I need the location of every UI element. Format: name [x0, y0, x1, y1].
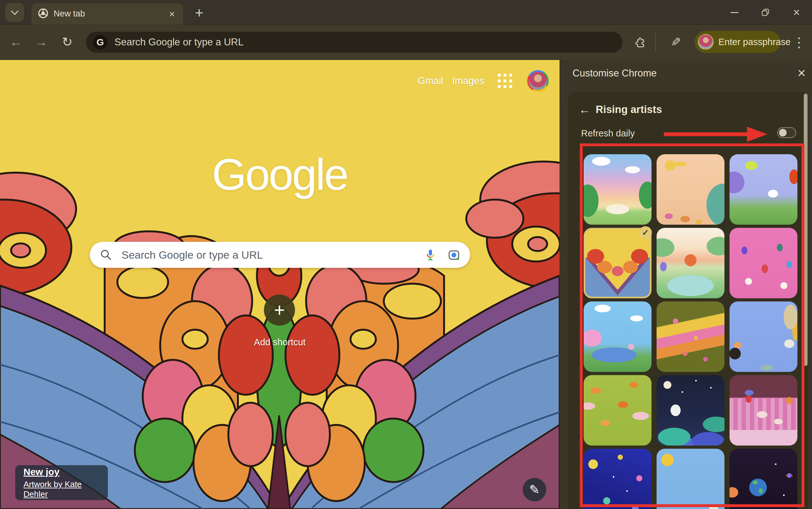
panel-close-button[interactable]: × [792, 64, 811, 82]
tab-close-button[interactable]: × [165, 7, 179, 21]
annotation-arrow-line [664, 132, 748, 136]
puzzle-icon [634, 36, 646, 48]
search-input[interactable]: Search Google or type a URL [90, 242, 470, 268]
apps-grid-icon [498, 74, 512, 88]
account-avatar-button[interactable] [527, 70, 549, 92]
annotation-rectangle [580, 143, 804, 507]
search-icon [98, 247, 114, 263]
active-tab[interactable]: New tab × [31, 3, 183, 25]
refresh-daily-toggle[interactable] [777, 127, 796, 138]
chevron-down-icon [11, 7, 19, 15]
window-close-button[interactable]: × [787, 3, 806, 22]
background-artwork [0, 60, 560, 509]
browser-toolbar: ← → ↻ G Search Google or type a URL ✎ En… [0, 25, 812, 60]
panel-title: Customise Chrome [572, 68, 657, 79]
mic-icon [424, 248, 437, 261]
attribution-title-link[interactable]: New joy [24, 467, 59, 477]
pencil-icon: ✎ [671, 35, 681, 49]
google-g-icon: G [93, 35, 108, 49]
restore-icon [761, 8, 770, 17]
customize-page-button[interactable]: ✎ [523, 478, 546, 501]
profile-avatar [698, 34, 714, 50]
passphrase-label: Enter passphrase [718, 37, 790, 47]
window-minimize-button[interactable] [725, 3, 744, 22]
lens-icon [448, 248, 460, 261]
window-restore-button[interactable] [755, 3, 775, 22]
back-button[interactable]: ← [7, 32, 25, 52]
chrome-favicon-icon [38, 8, 48, 20]
artwork-attribution: New joy Artwork by Kate Dehler [15, 465, 108, 500]
avatar [529, 72, 547, 90]
reload-button[interactable]: ↻ [58, 32, 76, 52]
tab-strip: New tab × + × [0, 0, 812, 25]
edit-toolbar-button[interactable]: ✎ [666, 32, 686, 53]
browser-window: New tab × + × ← → ↻ G Search Google or t… [0, 0, 812, 509]
toolbar-divider [655, 33, 656, 52]
new-tab-button[interactable]: + [190, 4, 208, 22]
google-logo: Google [153, 149, 407, 200]
gmail-link[interactable]: Gmail [412, 74, 450, 88]
browser-menu-button[interactable]: ⋮ [788, 32, 809, 53]
add-shortcut-button[interactable]: + [264, 295, 295, 326]
address-bar[interactable]: G Search Google or type a URL [86, 32, 623, 53]
section-title: Rising artists [596, 103, 662, 115]
attribution-artist-link[interactable]: Artwork by Kate Dehler [24, 479, 100, 499]
extensions-button[interactable] [630, 32, 650, 53]
tab-title: New tab [54, 9, 160, 19]
lens-search-button[interactable] [446, 247, 462, 263]
refresh-daily-label: Refresh daily [581, 128, 635, 139]
pencil-icon: ✎ [529, 482, 540, 497]
close-icon: × [793, 6, 800, 19]
panel-back-button[interactable]: ← [576, 101, 593, 118]
address-bar-placeholder: Search Google or type a URL [114, 36, 244, 48]
annotation-arrow-head [747, 127, 767, 142]
voice-search-button[interactable] [423, 247, 438, 263]
forward-button[interactable]: → [32, 32, 50, 52]
kebab-menu-icon: ⋮ [792, 35, 806, 50]
tab-search-button[interactable] [5, 3, 24, 22]
search-placeholder: Search Google or type a URL [121, 249, 415, 261]
add-shortcut-label: Add shortcut [232, 337, 327, 347]
enter-passphrase-button[interactable]: Enter passphrase [695, 31, 780, 53]
toggle-knob [779, 129, 787, 136]
images-link[interactable]: Images [448, 74, 489, 88]
new-tab-page: Gmail Images Google Search Google or typ… [0, 60, 560, 509]
minimize-icon [731, 12, 738, 13]
google-apps-button[interactable] [495, 71, 515, 91]
